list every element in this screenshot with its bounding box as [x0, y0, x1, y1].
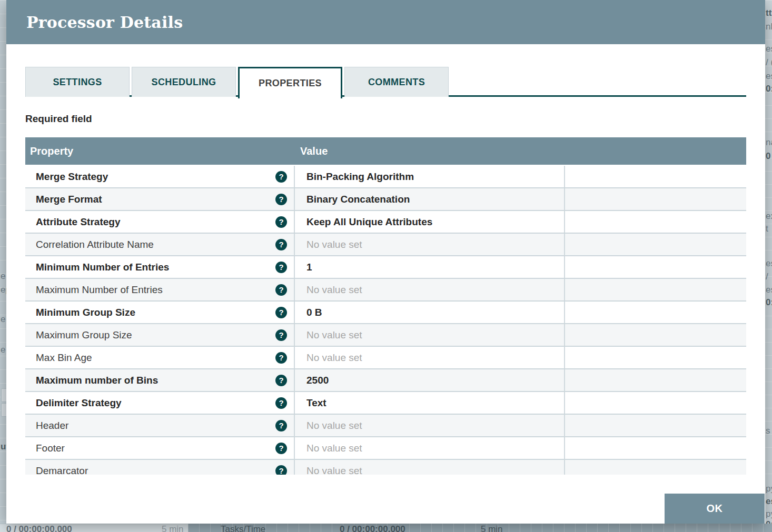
property-row: Delimiter Strategy?Text	[25, 391, 746, 414]
property-name-cell: Demarcator?	[25, 460, 295, 475]
help-icon[interactable]: ?	[275, 307, 287, 318]
property-name-cell: Correlation Attribute Name?	[25, 234, 295, 255]
ok-button[interactable]: OK	[665, 494, 765, 524]
backdrop-text-fragment: ttr	[766, 8, 772, 17]
tab-bar: SETTINGSSCHEDULINGPROPERTIESCOMMENTS	[25, 67, 746, 97]
table-header-row: Property Value	[25, 137, 746, 165]
column-header-value: Value	[295, 145, 746, 157]
backdrop-text-fragment: /	[766, 272, 768, 281]
property-name: Maximum number of Bins	[36, 375, 275, 386]
property-extra-cell	[565, 302, 746, 323]
backdrop-box	[1, 403, 6, 417]
backdrop-text-fragment: ex	[766, 212, 772, 220]
property-row: Maximum Number of Entries?No value set	[25, 278, 746, 300]
backdrop-text-fragment: es	[766, 497, 772, 506]
tab-properties[interactable]: PROPERTIES	[238, 67, 342, 98]
property-value: Text	[306, 397, 326, 409]
property-value: No value set	[306, 420, 362, 431]
property-extra-cell	[565, 211, 746, 233]
property-extra-cell	[565, 392, 746, 414]
help-icon[interactable]: ?	[275, 375, 287, 386]
property-value-cell: Text	[295, 392, 565, 414]
property-extra-cell	[565, 347, 746, 368]
tab-comments[interactable]: COMMENTS	[344, 67, 449, 97]
help-icon[interactable]: ?	[275, 420, 287, 431]
property-row: Maximum number of Bins?2500	[25, 368, 746, 391]
backdrop-text-fragment: 0:	[766, 84, 772, 93]
property-extra-cell	[565, 166, 746, 187]
property-value: Bin-Packing Algorithm	[306, 171, 414, 183]
backdrop-text-fragment: nl	[766, 22, 772, 31]
help-icon[interactable]: ?	[275, 194, 287, 205]
help-icon[interactable]: ?	[275, 284, 287, 296]
property-name-cell: Footer?	[25, 437, 295, 459]
property-name-cell: Merge Format?	[25, 188, 295, 210]
property-value-cell: 0 B	[295, 302, 565, 323]
property-extra-cell	[565, 279, 746, 300]
property-value: 1	[306, 262, 312, 273]
property-name: Merge Strategy	[36, 171, 275, 183]
property-name: Header	[36, 420, 275, 431]
property-row: Footer?No value set	[25, 436, 746, 459]
backdrop-text-fragment: e	[1, 345, 5, 354]
backdrop-text-fragment: pyt	[766, 484, 772, 493]
help-icon[interactable]: ?	[275, 171, 287, 183]
help-icon[interactable]: ?	[275, 352, 287, 364]
property-name: Correlation Attribute Name	[36, 239, 275, 250]
property-value: Keep All Unique Attributes	[306, 216, 432, 228]
backdrop-text-fragment: es	[766, 259, 772, 268]
property-value-cell: Binary Concatenation	[295, 188, 565, 210]
property-extra-cell	[565, 234, 746, 255]
property-value-cell: No value set	[295, 415, 565, 436]
property-value-cell: Keep All Unique Attributes	[295, 211, 565, 233]
property-row: Header?No value set	[25, 414, 746, 436]
backdrop-text-fragment: 0:	[766, 298, 772, 307]
backdrop-box	[1, 388, 6, 402]
backdrop-tasks-label: Tasks/Time	[221, 525, 265, 532]
backdrop-stat-window: 5 min	[162, 525, 184, 532]
backdrop-tasks-window: 5 min	[481, 525, 503, 532]
property-extra-cell	[565, 437, 746, 459]
backdrop-text-fragment: es	[766, 44, 772, 53]
tab-scheduling[interactable]: SCHEDULING	[132, 67, 236, 97]
help-icon[interactable]: ?	[275, 397, 287, 409]
backdrop-canvas-grid: Tasks/Time 0 / 00:00:00.000 5 min	[188, 524, 772, 532]
backdrop-text-fragment: 0	[766, 152, 770, 160]
table-body: Merge Strategy?Bin-Packing AlgorithmMerg…	[25, 165, 746, 475]
property-value: No value set	[306, 443, 362, 454]
help-icon[interactable]: ?	[275, 443, 287, 454]
property-name-cell: Header?	[25, 415, 295, 436]
property-name-cell: Delimiter Strategy?	[25, 392, 295, 414]
property-extra-cell	[565, 188, 746, 210]
property-name-cell: Minimum Number of Entries?	[25, 256, 295, 278]
property-row: Merge Strategy?Bin-Packing Algorithm	[25, 165, 746, 187]
help-icon[interactable]: ?	[275, 465, 287, 475]
backdrop-text-fragment: / (	[766, 58, 772, 67]
property-name-cell: Merge Strategy?	[25, 166, 295, 187]
help-icon[interactable]: ?	[275, 239, 287, 250]
property-extra-cell	[565, 256, 746, 278]
help-icon[interactable]: ?	[275, 262, 287, 273]
property-value-cell: No value set	[295, 347, 565, 368]
backdrop-stat-value: 0 / 00:00:00.000	[6, 525, 72, 532]
property-value: No value set	[306, 329, 362, 341]
property-value-cell: 1	[295, 256, 565, 278]
property-name: Delimiter Strategy	[36, 397, 275, 409]
property-value-cell: No value set	[295, 437, 565, 459]
property-value: 0 B	[306, 307, 322, 318]
property-value: 2500	[306, 375, 329, 386]
property-row: Minimum Number of Entries?1	[25, 255, 746, 278]
property-name-cell: Maximum Number of Entries?	[25, 279, 295, 300]
help-icon[interactable]: ?	[275, 216, 287, 228]
backdrop-tasks-value: 0 / 00:00:00.000	[340, 525, 405, 532]
property-name-cell: Minimum Group Size?	[25, 302, 295, 323]
property-extra-cell	[565, 415, 746, 436]
properties-table: Property Value Merge Strategy?Bin-Packin…	[25, 137, 746, 475]
tab-settings[interactable]: SETTINGS	[25, 67, 130, 97]
property-row: Correlation Attribute Name?No value set	[25, 233, 746, 255]
property-row: Demarcator?No value set	[25, 459, 746, 475]
dialog-body: SETTINGSSCHEDULINGPROPERTIESCOMMENTS Req…	[6, 67, 765, 475]
column-header-property: Property	[25, 145, 295, 157]
help-icon[interactable]: ?	[275, 329, 287, 341]
backdrop-text-fragment: t	[766, 224, 768, 233]
